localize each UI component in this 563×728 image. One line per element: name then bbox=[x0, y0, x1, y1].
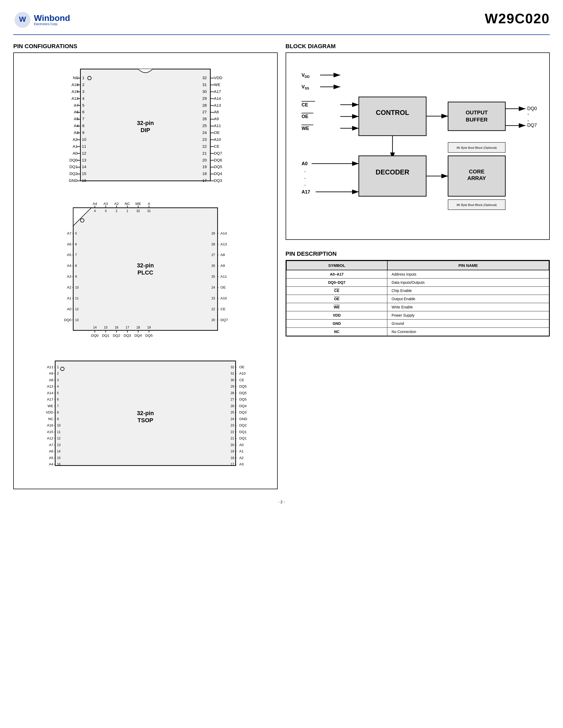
svg-text:WE: WE bbox=[302, 126, 309, 131]
svg-text:16: 16 bbox=[115, 326, 118, 329]
svg-text:A11: A11 bbox=[220, 275, 227, 278]
svg-text:A10: A10 bbox=[214, 137, 221, 142]
svg-text:GND: GND bbox=[239, 417, 247, 421]
svg-text:29: 29 bbox=[211, 232, 215, 235]
svg-text:5: 5 bbox=[82, 103, 84, 107]
pin-symbol-cell: WE bbox=[287, 303, 387, 311]
svg-text:32: 32 bbox=[230, 365, 234, 369]
svg-text:DQ3: DQ3 bbox=[124, 334, 131, 338]
svg-text:A11: A11 bbox=[47, 365, 53, 369]
svg-text:DQ0: DQ0 bbox=[64, 318, 71, 322]
svg-text:30: 30 bbox=[202, 89, 207, 94]
svg-text:21: 21 bbox=[230, 437, 234, 440]
svg-text:12: 12 bbox=[75, 307, 79, 311]
svg-text:A13: A13 bbox=[220, 242, 227, 246]
pin-symbol-cell: DQ0–DQ7 bbox=[287, 278, 387, 287]
svg-text:26: 26 bbox=[202, 116, 207, 121]
svg-text:31: 31 bbox=[147, 209, 151, 213]
pin-name-cell: Chip Enable bbox=[387, 287, 549, 295]
svg-text:17: 17 bbox=[202, 178, 207, 183]
svg-text:A11: A11 bbox=[214, 123, 221, 128]
logo-text: Winbond Electronics Corp. bbox=[34, 14, 70, 26]
svg-text:2: 2 bbox=[57, 372, 59, 375]
svg-text:VDD: VDD bbox=[214, 75, 222, 80]
svg-text:A0: A0 bbox=[302, 161, 308, 166]
pin-symbol-cell: VDD bbox=[287, 311, 387, 320]
pin-table-row: DQ0–DQ7Data Inputs/Outputs bbox=[287, 278, 549, 287]
svg-text:15: 15 bbox=[82, 171, 86, 176]
svg-text:8: 8 bbox=[75, 264, 77, 268]
tsop-package-diagram: 32-pin TSOP A111 A92 A83 A134 A145 A176 … bbox=[19, 347, 272, 484]
svg-text:7: 7 bbox=[57, 404, 59, 408]
svg-text:WE: WE bbox=[214, 82, 220, 87]
pin-symbol-cell: A0–A17 bbox=[287, 270, 387, 278]
svg-text:17: 17 bbox=[126, 326, 129, 329]
svg-text:27: 27 bbox=[230, 398, 234, 401]
svg-text:1: 1 bbox=[82, 75, 84, 80]
svg-text:A15: A15 bbox=[47, 430, 53, 434]
svg-text:18: 18 bbox=[136, 326, 140, 329]
svg-text:21: 21 bbox=[202, 151, 207, 155]
svg-text:9: 9 bbox=[57, 417, 59, 421]
pin-table-body: A0–A17Address InputsDQ0–DQ7Data Inputs/O… bbox=[287, 270, 549, 336]
svg-text:1: 1 bbox=[57, 365, 59, 369]
svg-text:DQ2: DQ2 bbox=[239, 423, 247, 427]
svg-text:30: 30 bbox=[230, 378, 234, 382]
svg-text:A9: A9 bbox=[220, 264, 225, 268]
svg-text:A3: A3 bbox=[239, 462, 244, 466]
block-diagram-title: BLOCK DIAGRAM bbox=[286, 43, 550, 50]
main-content: PIN CONFIGURATIONS 32-pin DIP NC1 A162 bbox=[13, 43, 550, 489]
svg-text:1: 1 bbox=[126, 209, 128, 213]
svg-text:DQ1: DQ1 bbox=[239, 430, 247, 434]
svg-text:DQ3: DQ3 bbox=[239, 410, 247, 414]
svg-text:OE: OE bbox=[239, 365, 244, 369]
svg-text:2: 2 bbox=[82, 82, 84, 87]
svg-text:11: 11 bbox=[57, 430, 61, 434]
svg-text:5: 5 bbox=[75, 232, 77, 235]
page-title: W29C020 bbox=[485, 11, 550, 26]
svg-text:A0: A0 bbox=[239, 443, 244, 447]
svg-text:A9: A9 bbox=[49, 371, 53, 375]
svg-text:A13: A13 bbox=[214, 103, 221, 107]
svg-text:A: A bbox=[148, 202, 150, 206]
svg-text:A15: A15 bbox=[71, 89, 79, 94]
svg-text:27: 27 bbox=[202, 110, 207, 114]
svg-text:OE: OE bbox=[214, 130, 220, 135]
svg-text:12: 12 bbox=[82, 151, 86, 155]
svg-text:17: 17 bbox=[230, 462, 234, 466]
svg-text:18: 18 bbox=[230, 456, 234, 460]
svg-text:22: 22 bbox=[211, 307, 215, 311]
svg-text:10: 10 bbox=[75, 286, 79, 289]
svg-text:DQ5: DQ5 bbox=[214, 164, 222, 169]
svg-text:PLCC: PLCC bbox=[137, 269, 153, 276]
svg-text:20: 20 bbox=[230, 443, 234, 447]
svg-text:A3: A3 bbox=[74, 130, 78, 135]
svg-text:15: 15 bbox=[57, 456, 61, 460]
svg-text:OUTPUT: OUTPUT bbox=[466, 110, 488, 115]
pin-name-cell: Output Enable bbox=[387, 295, 549, 303]
pin-name-cell: Power Supply bbox=[387, 311, 549, 320]
svg-text:A7: A7 bbox=[74, 103, 78, 107]
svg-text:8K Byte Boot Block (Optional): 8K Byte Boot Block (Optional) bbox=[457, 146, 497, 149]
svg-text:VDD: VDD bbox=[302, 73, 310, 79]
svg-text:DQ0: DQ0 bbox=[91, 334, 98, 338]
svg-rect-312 bbox=[359, 97, 426, 136]
svg-text:CE: CE bbox=[220, 307, 225, 311]
svg-text:DECODER: DECODER bbox=[376, 168, 409, 176]
svg-text:CONTROL: CONTROL bbox=[376, 109, 409, 116]
svg-text:4: 4 bbox=[57, 385, 59, 388]
svg-text:VSS: VSS bbox=[302, 84, 309, 90]
svg-text:3: 3 bbox=[82, 89, 84, 94]
svg-text:28: 28 bbox=[202, 103, 207, 107]
svg-text:OE: OE bbox=[302, 114, 309, 119]
svg-text:19: 19 bbox=[202, 164, 207, 169]
svg-text:22: 22 bbox=[230, 430, 234, 434]
svg-text:DQ4: DQ4 bbox=[135, 334, 142, 338]
pin-desc-title: PIN DESCRIPTION bbox=[286, 250, 550, 257]
block-diagram-svg: VDD VSS CE OE bbox=[292, 58, 544, 233]
svg-text:A5: A5 bbox=[49, 456, 53, 460]
pin-symbol-cell: GND bbox=[287, 320, 387, 328]
svg-text:31: 31 bbox=[230, 372, 234, 375]
svg-text:DQ7: DQ7 bbox=[214, 151, 222, 155]
svg-text:23: 23 bbox=[211, 296, 215, 300]
